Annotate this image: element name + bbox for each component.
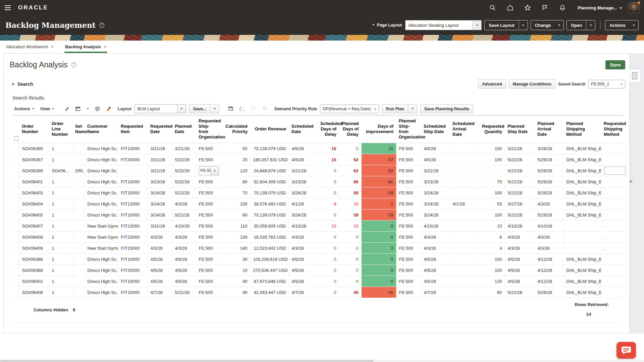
help-icon[interactable]: ? bbox=[71, 62, 77, 68]
table-row[interactable]: SO#064081New Start GymsFIT230004/3/284/3… bbox=[13, 232, 626, 243]
table-row[interactable]: SO#063861Drisco High Sc...FIT100004/5/28… bbox=[13, 254, 626, 265]
col-header-customer[interactable]: Customer Name bbox=[85, 116, 118, 143]
search-icon[interactable] bbox=[488, 3, 498, 13]
manage-conditions-button[interactable]: Manage Conditions bbox=[509, 79, 555, 88]
go-circle-arrow-icon[interactable] bbox=[94, 105, 102, 113]
row-handle[interactable] bbox=[13, 143, 19, 154]
change-button[interactable]: Change ▼ bbox=[531, 20, 564, 30]
menu-icon[interactable] bbox=[5, 3, 13, 12]
col-header-req_date[interactable]: Requested Date bbox=[148, 116, 172, 143]
avatar[interactable] bbox=[629, 2, 639, 13]
col-header-req_qty[interactable]: Requested Quantity bbox=[479, 116, 505, 143]
col-header-plan_arrival[interactable]: Planned Arrival Date bbox=[535, 116, 564, 143]
table-row[interactable]: SO#064051Drisco High Sc...FIT100003/24/2… bbox=[13, 209, 626, 221]
table-row[interactable]: SO#06399SO#06...DRI...Drisco High Sc...3… bbox=[13, 165, 626, 176]
col-header-plan_ship[interactable]: Planned Ship Date bbox=[505, 116, 535, 143]
user-menu[interactable]: Planning Manage... bbox=[578, 5, 623, 10]
chevron-down-icon[interactable]: ▼ bbox=[519, 20, 528, 30]
chevron-down-icon[interactable]: ▼ bbox=[586, 20, 595, 30]
row-handle[interactable] bbox=[13, 265, 19, 276]
save-split-button[interactable]: Save... ▼ bbox=[189, 104, 220, 113]
row-handle[interactable] bbox=[13, 221, 19, 232]
col-header-plan_delay[interactable]: Planned Days of Delay bbox=[339, 116, 361, 143]
col-header-revenue[interactable]: Order Revenue bbox=[250, 116, 289, 143]
row-handle[interactable] bbox=[13, 209, 19, 221]
table-row[interactable]: SO#063871Drisco High Sc...FIT200003/21/2… bbox=[13, 154, 626, 165]
col-header-sched_arrival[interactable]: Scheduled Arrival Date bbox=[450, 116, 479, 143]
col-header-plan_org[interactable]: Planned Ship-from Organization bbox=[396, 116, 421, 143]
chevron-down-icon[interactable]: ▼ bbox=[408, 105, 417, 113]
actions-menu[interactable]: Actions▼ bbox=[13, 106, 36, 111]
query-by-example-icon[interactable] bbox=[227, 105, 235, 113]
chat-widget-button[interactable] bbox=[616, 342, 636, 359]
col-header-req_method[interactable]: Requested Shipping Method bbox=[601, 116, 626, 143]
col-header-improvement[interactable]: Days of Improvement bbox=[361, 116, 396, 143]
row-handle[interactable] bbox=[13, 198, 19, 209]
run-plan-button[interactable]: Run Plan ▼ bbox=[382, 104, 417, 113]
page-layout-combo[interactable]: Allocation Stealing Layout ▼ bbox=[405, 20, 482, 30]
close-icon[interactable]: ✕ bbox=[51, 45, 54, 49]
help-icon[interactable]: ? bbox=[99, 22, 105, 28]
table-row[interactable]: SO#064011Drisco High Sc...FIT100003/23/2… bbox=[13, 176, 626, 187]
table-row[interactable]: SO#064031Drisco High Sc...FIT100003/24/2… bbox=[13, 187, 626, 198]
actions-button[interactable]: Actions ▼ bbox=[605, 20, 639, 30]
col-header-line[interactable]: Order Line Number bbox=[49, 116, 72, 143]
table-row[interactable]: SO#064061Drisco High Sc...FIT100004/7/28… bbox=[13, 287, 626, 298]
requested-shipping-method-input[interactable] bbox=[604, 167, 626, 175]
col-header-item[interactable]: Requested Item bbox=[118, 116, 148, 143]
chevron-down-icon[interactable]: ▼ bbox=[211, 167, 219, 175]
table-row[interactable]: SO#063881Drisco High Sc...FIT200004/5/28… bbox=[13, 265, 626, 276]
favorites-star-icon[interactable] bbox=[523, 3, 533, 13]
table-row[interactable]: SO#064071New Start GymsFIT230003/31/284/… bbox=[13, 221, 626, 232]
freeze-dropdown[interactable]: ▼ bbox=[85, 107, 91, 110]
col-header-set_name[interactable]: Set Name bbox=[72, 116, 85, 143]
save-planning-results-button[interactable]: Save Planning Results bbox=[420, 104, 473, 113]
open-button[interactable]: Open ▼ bbox=[567, 20, 595, 30]
col-header-sched_delay[interactable]: Scheduled Days of Delay bbox=[318, 116, 339, 143]
search-section-label[interactable]: Search bbox=[17, 81, 33, 87]
ship-from-org-combo[interactable]: FE:50▼ bbox=[199, 166, 219, 175]
saved-search-select[interactable]: FE:500_1 ∨ bbox=[588, 80, 625, 88]
col-header-priority[interactable]: Calculated Priority bbox=[221, 116, 250, 143]
horizontal-scrollbar[interactable] bbox=[0, 360, 644, 362]
row-handle[interactable] bbox=[13, 165, 19, 176]
save-layout-button[interactable]: Save Layout ▼ bbox=[484, 20, 528, 30]
table-row[interactable]: SO#064041Drisco High Sc...FIT120003/24/2… bbox=[13, 198, 626, 209]
col-header-plan_date[interactable]: Planned Date bbox=[172, 116, 196, 143]
col-header-plan_method[interactable]: Planned Shipping Method bbox=[564, 116, 601, 143]
row-handle[interactable] bbox=[13, 232, 19, 243]
col-header-order_number[interactable]: Order Number bbox=[19, 116, 49, 143]
home-icon[interactable] bbox=[505, 3, 515, 13]
row-handle[interactable] bbox=[13, 254, 19, 265]
freeze-columns-icon[interactable] bbox=[74, 105, 82, 113]
tab-backlog-analysis[interactable]: Backlog Analysis ✕ bbox=[64, 42, 107, 53]
tab-allocation-workbench[interactable]: Allocation Workbench ✕ bbox=[5, 42, 54, 53]
view-menu[interactable]: View▼ bbox=[39, 106, 56, 111]
table-row[interactable]: SO#064021Drisco High Sc...FIT100004/5/28… bbox=[13, 276, 626, 287]
row-handle[interactable] bbox=[13, 243, 19, 254]
col-header-req_org[interactable]: Requested Ship-from Organization bbox=[196, 116, 221, 143]
row-handle[interactable] bbox=[13, 187, 19, 198]
close-icon[interactable]: ✕ bbox=[104, 45, 106, 49]
select-all-cell[interactable] bbox=[13, 116, 19, 143]
layout-combo[interactable]: BLM Layout ▼ bbox=[135, 104, 186, 113]
eraser-icon[interactable] bbox=[105, 105, 113, 113]
chevron-down-icon[interactable]: ▼ bbox=[177, 105, 186, 113]
row-handle[interactable] bbox=[13, 287, 19, 298]
chevron-down-icon[interactable]: ▼ bbox=[210, 105, 219, 113]
side-panel-toggle-button[interactable] bbox=[628, 69, 641, 83]
advanced-button[interactable]: Advanced bbox=[478, 79, 506, 88]
row-handle[interactable] bbox=[13, 276, 19, 287]
edit-pencil-icon[interactable] bbox=[63, 105, 71, 113]
disclosure-triangle-icon[interactable] bbox=[12, 82, 15, 86]
done-button[interactable]: Done bbox=[605, 60, 625, 69]
chevron-down-icon[interactable]: ▼ bbox=[473, 20, 481, 30]
notifications-bell-icon[interactable] bbox=[557, 3, 568, 13]
col-header-sched_date[interactable]: Scheduled Date bbox=[289, 116, 318, 143]
flag-icon[interactable] bbox=[540, 3, 550, 13]
table-row[interactable]: SO#064091New Start GymsFIT230004/3/284/3… bbox=[13, 243, 626, 254]
table-row[interactable]: SO#063851Drisco High Sc...FIT100003/21/2… bbox=[13, 143, 626, 154]
row-handle[interactable] bbox=[13, 176, 19, 187]
row-handle[interactable] bbox=[13, 154, 19, 165]
scrollbar-thumb[interactable] bbox=[0, 360, 374, 362]
